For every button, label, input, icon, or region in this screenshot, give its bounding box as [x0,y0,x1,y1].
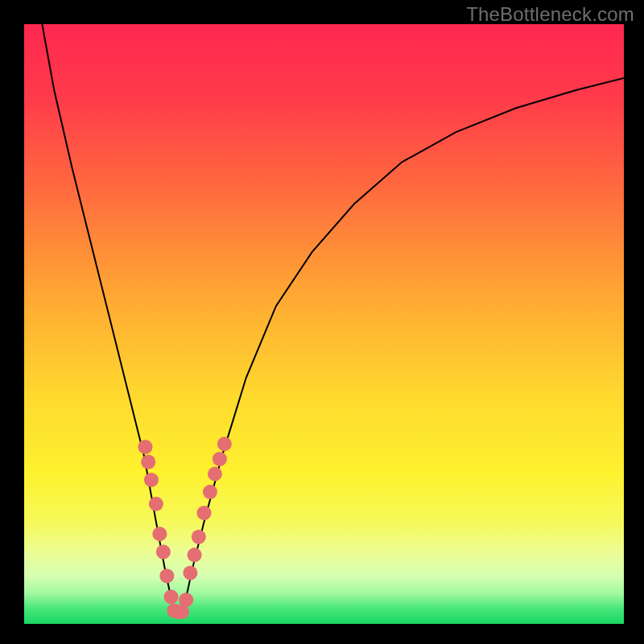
data-point [152,526,167,541]
data-point [156,545,171,559]
data-point [164,589,179,604]
data-point [149,497,163,511]
data-point [217,437,232,452]
data-point [159,568,174,583]
data-point [208,467,222,481]
watermark-label: TheBottleneck.com [466,3,634,26]
chart-container: TheBottleneck.com [0,0,644,644]
data-point [138,440,152,454]
gradient-background [24,24,624,624]
data-point [144,473,159,487]
data-point [188,547,202,562]
data-point [203,485,217,499]
data-point [192,530,206,544]
data-point [197,506,212,520]
data-point [141,455,155,469]
data-point [213,452,227,466]
data-point [179,592,193,607]
data-point [183,566,197,580]
bottleneck-chart [0,0,644,644]
